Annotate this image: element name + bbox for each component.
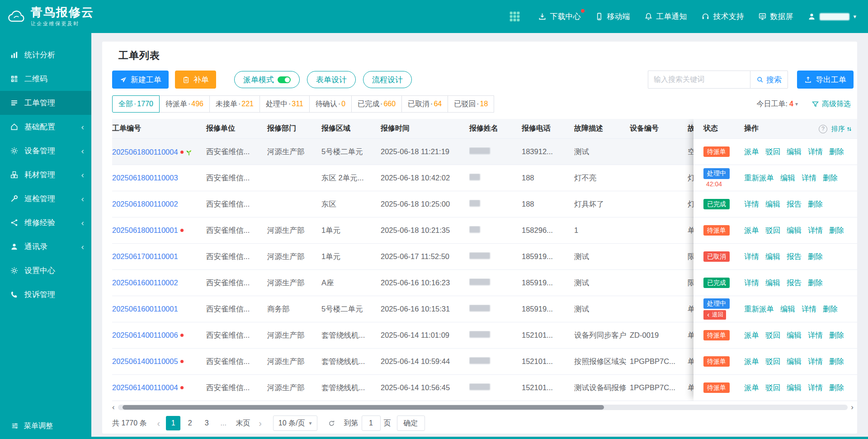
sort-button[interactable]: 排序 xyxy=(831,125,853,133)
action-link[interactable]: 删除 xyxy=(808,252,823,262)
filter-tab-3[interactable]: 未接单·221 xyxy=(209,95,260,113)
order-id-link[interactable]: 2025061400110006 xyxy=(112,331,178,339)
order-id-link[interactable]: 2025061800110003 xyxy=(112,174,178,182)
scroll-left-icon[interactable]: ‹ xyxy=(112,405,115,410)
page-button-...[interactable]: ... xyxy=(216,416,231,430)
order-id-link[interactable]: 2025061700110001 xyxy=(112,252,178,260)
search-button[interactable]: 搜索 xyxy=(750,71,788,89)
action-link[interactable]: 删除 xyxy=(829,147,844,157)
action-link[interactable]: 详情 xyxy=(802,304,816,314)
action-link[interactable]: 派单 xyxy=(744,330,759,340)
advanced-filter-button[interactable]: 高级筛选 xyxy=(811,99,851,109)
action-link[interactable]: 派单 xyxy=(744,357,759,367)
prev-page-button[interactable]: ‹ xyxy=(153,418,164,429)
action-link[interactable]: 编辑 xyxy=(780,173,795,183)
scroll-right-icon[interactable]: › xyxy=(851,405,854,410)
action-link[interactable]: 编辑 xyxy=(787,147,802,157)
sidebar-item-8[interactable]: 维修经验‹ xyxy=(0,211,91,235)
action-link[interactable]: 删除 xyxy=(823,173,838,183)
page-button-1[interactable]: 1 xyxy=(166,416,180,430)
page-size-select[interactable]: 10 条/页 ▾ xyxy=(273,415,317,431)
create-order-button[interactable]: 新建工单 xyxy=(112,71,169,89)
filter-tab-2[interactable]: 待派单·496 xyxy=(159,95,210,113)
action-link[interactable]: 详情 xyxy=(744,278,759,288)
sidebar-menu-adjust[interactable]: 菜单调整 xyxy=(0,413,91,439)
action-link[interactable]: 删除 xyxy=(829,226,844,236)
sidebar-item-3[interactable]: 工单管理 xyxy=(0,91,91,115)
action-link[interactable]: 编辑 xyxy=(787,357,802,367)
sidebar-item-4[interactable]: 基础配置‹ xyxy=(0,115,91,139)
user-menu[interactable]: ▾ xyxy=(807,12,856,21)
action-link[interactable]: 编辑 xyxy=(780,304,795,314)
topnav-item-2[interactable]: 移动端 xyxy=(595,11,630,22)
action-link[interactable]: 详情 xyxy=(808,330,823,340)
action-link[interactable]: 驳回 xyxy=(765,330,780,340)
action-link[interactable]: 编辑 xyxy=(787,226,802,236)
sidebar-item-11[interactable]: 投诉管理 xyxy=(0,283,91,307)
action-link[interactable]: 编辑 xyxy=(787,330,802,340)
action-link[interactable]: 编辑 xyxy=(765,199,780,209)
action-link[interactable]: 删除 xyxy=(808,278,823,288)
page-button-3[interactable]: 3 xyxy=(199,416,214,430)
topnav-item-4[interactable]: 技术支持 xyxy=(701,11,744,22)
topnav-item-3[interactable]: 工单通知 xyxy=(644,11,687,22)
action-link[interactable]: 报告 xyxy=(787,252,802,262)
action-link[interactable]: 删除 xyxy=(829,383,844,393)
export-orders-button[interactable]: 导出工单 xyxy=(797,71,854,89)
action-link[interactable]: 详情 xyxy=(744,252,759,262)
sidebar-item-1[interactable]: 统计分析 xyxy=(0,43,91,67)
action-link[interactable]: 详情 xyxy=(808,383,823,393)
sidebar-item-2[interactable]: 二维码 xyxy=(0,67,91,91)
sidebar-item-6[interactable]: 耗材管理‹ xyxy=(0,163,91,187)
help-icon[interactable]: ? xyxy=(819,125,827,133)
filter-tab-8[interactable]: 已驳回·18 xyxy=(448,95,494,113)
action-link[interactable]: 重新派单 xyxy=(744,304,774,314)
page-button-末页[interactable]: 末页 xyxy=(233,416,253,430)
filter-tab-1[interactable]: 全部·1770 xyxy=(112,95,160,113)
goto-page-input[interactable] xyxy=(362,415,381,431)
action-link[interactable]: 编辑 xyxy=(787,383,802,393)
action-link[interactable]: 派单 xyxy=(744,147,759,157)
action-link[interactable]: 编辑 xyxy=(765,252,780,262)
action-link[interactable]: 删除 xyxy=(808,199,823,209)
topnav-item-5[interactable]: 数据屏 xyxy=(758,11,793,22)
action-link[interactable]: 删除 xyxy=(829,330,844,340)
action-link[interactable]: 派单 xyxy=(744,226,759,236)
action-link[interactable]: 驳回 xyxy=(765,383,780,393)
filter-tab-6[interactable]: 已完成·660 xyxy=(351,95,402,113)
topnav-item-1[interactable]: 下载中心 xyxy=(538,11,580,22)
action-link[interactable]: 删除 xyxy=(823,304,838,314)
confirm-button[interactable]: 确定 xyxy=(397,415,425,431)
order-id-link[interactable]: 2025061600110002 xyxy=(112,279,178,287)
design-pill-2[interactable]: 表单设计 xyxy=(307,71,356,88)
action-link[interactable]: 详情 xyxy=(808,226,823,236)
order-id-link[interactable]: 2025061400110004 xyxy=(112,383,178,392)
filter-tab-4[interactable]: 处理中·311 xyxy=(259,95,310,113)
action-link[interactable]: 详情 xyxy=(802,173,816,183)
filter-tab-7[interactable]: 已取消·64 xyxy=(401,95,448,113)
apps-grid-icon[interactable] xyxy=(509,10,521,23)
sidebar-item-10[interactable]: 设置中心 xyxy=(0,259,91,283)
order-id-link[interactable]: 2025061400110005 xyxy=(112,357,178,365)
sidebar-item-7[interactable]: 巡检管理‹ xyxy=(0,187,91,211)
action-link[interactable]: 驳回 xyxy=(765,147,780,157)
refresh-icon[interactable] xyxy=(328,420,335,427)
action-link[interactable]: 编辑 xyxy=(765,278,780,288)
action-link[interactable]: 派单 xyxy=(744,383,759,393)
action-link[interactable]: 报告 xyxy=(787,199,802,209)
action-link[interactable]: 详情 xyxy=(744,199,759,209)
action-link[interactable]: 详情 xyxy=(808,147,823,157)
order-id-link[interactable]: 2025061600110001 xyxy=(112,305,178,313)
scrollbar-thumb[interactable] xyxy=(123,405,604,410)
patch-order-button[interactable]: 补单 xyxy=(175,71,216,89)
filter-tab-5[interactable]: 待确认·0 xyxy=(309,95,352,113)
design-pill-3[interactable]: 流程设计 xyxy=(363,71,412,88)
page-button-2[interactable]: 2 xyxy=(183,416,197,430)
order-id-link[interactable]: 2025061800110002 xyxy=(112,200,178,208)
action-link[interactable]: 报告 xyxy=(787,278,802,288)
search-input[interactable] xyxy=(648,71,750,89)
action-link[interactable]: 重新派单 xyxy=(744,173,774,183)
action-link[interactable]: 驳回 xyxy=(765,357,780,367)
scrollbar-track[interactable] xyxy=(118,405,848,410)
order-id-link[interactable]: 2025061800110004 xyxy=(112,148,178,156)
